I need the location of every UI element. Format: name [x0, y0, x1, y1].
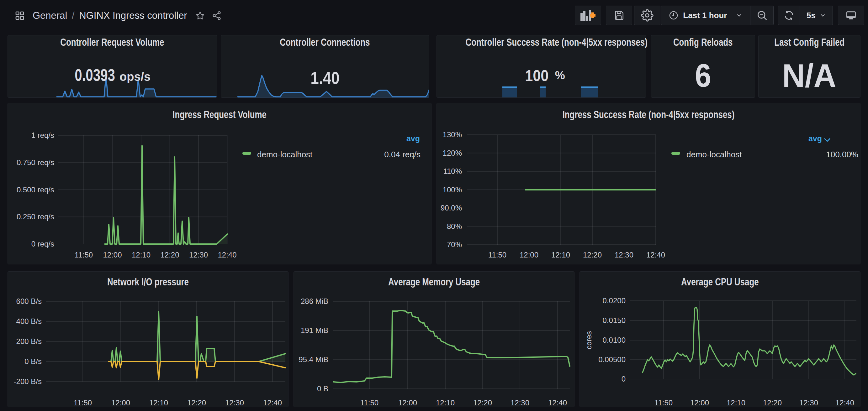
svg-text:12:20: 12:20 [473, 399, 492, 407]
svg-text:0 B/s: 0 B/s [25, 357, 42, 366]
svg-text:cores: cores [585, 331, 593, 350]
svg-text:70%: 70% [447, 240, 462, 249]
svg-text:120%: 120% [443, 149, 462, 157]
svg-text:12:10: 12:10 [551, 251, 570, 259]
svg-text:90.0%: 90.0% [441, 204, 462, 212]
svg-text:12:10: 12:10 [436, 399, 455, 407]
svg-text:0.0200: 0.0200 [603, 296, 626, 305]
svg-text:0.750 req/s: 0.750 req/s [17, 158, 54, 167]
svg-text:11:50: 11:50 [654, 399, 673, 407]
svg-text:600 B/s: 600 B/s [16, 297, 42, 305]
svg-text:191 MiB: 191 MiB [301, 326, 328, 335]
svg-text:12:30: 12:30 [225, 399, 244, 407]
svg-text:11:50: 11:50 [488, 251, 506, 259]
svg-text:avg: avg [808, 134, 822, 143]
svg-text:12:30: 12:30 [510, 399, 529, 407]
svg-text:100.00%: 100.00% [826, 150, 858, 159]
svg-text:12:00: 12:00 [398, 399, 417, 407]
svg-text:avg: avg [406, 134, 420, 143]
svg-text:-200 B/s: -200 B/s [14, 377, 42, 386]
svg-text:12:40: 12:40 [835, 399, 854, 407]
svg-text:11:50: 11:50 [360, 399, 378, 407]
svg-text:0.0100: 0.0100 [603, 336, 626, 344]
svg-text:12:00: 12:00 [690, 399, 709, 407]
svg-text:0 req/s: 0 req/s [31, 240, 54, 248]
svg-text:12:40: 12:40 [548, 399, 567, 407]
svg-text:12:20: 12:20 [583, 251, 602, 259]
svg-text:12:20: 12:20 [763, 399, 782, 407]
svg-text:130%: 130% [443, 130, 462, 139]
svg-text:100%: 100% [443, 185, 462, 194]
svg-text:11:50: 11:50 [74, 251, 93, 259]
svg-text:12:00: 12:00 [111, 399, 130, 407]
svg-text:0.250 req/s: 0.250 req/s [17, 212, 54, 221]
svg-text:110%: 110% [443, 167, 462, 175]
svg-text:80%: 80% [447, 222, 462, 231]
svg-text:demo-localhost: demo-localhost [686, 150, 742, 159]
svg-text:200 B/s: 200 B/s [16, 337, 42, 345]
svg-text:0.500 req/s: 0.500 req/s [17, 185, 54, 194]
svg-text:12:00: 12:00 [520, 251, 538, 259]
svg-text:286 MiB: 286 MiB [301, 297, 328, 305]
svg-text:12:10: 12:10 [132, 251, 151, 259]
svg-text:1 req/s: 1 req/s [31, 131, 54, 139]
svg-text:0: 0 [622, 375, 626, 383]
svg-text:0 B: 0 B [317, 384, 328, 393]
svg-text:12:40: 12:40 [263, 399, 282, 407]
svg-text:12:20: 12:20 [187, 399, 206, 407]
svg-text:12:10: 12:10 [726, 399, 745, 407]
svg-text:11:50: 11:50 [74, 399, 92, 407]
svg-text:400 B/s: 400 B/s [16, 317, 42, 326]
svg-text:12:30: 12:30 [799, 399, 818, 407]
svg-text:0.04 req/s: 0.04 req/s [384, 150, 421, 159]
svg-text:0.00500: 0.00500 [598, 355, 626, 364]
svg-text:12:30: 12:30 [189, 251, 208, 259]
svg-text:12:20: 12:20 [160, 251, 179, 259]
svg-text:0.0150: 0.0150 [603, 316, 626, 324]
svg-text:demo-localhost: demo-localhost [257, 150, 313, 159]
svg-text:12:40: 12:40 [646, 251, 665, 259]
svg-text:12:10: 12:10 [149, 399, 168, 407]
svg-text:12:00: 12:00 [103, 251, 122, 259]
svg-text:12:40: 12:40 [218, 251, 237, 259]
svg-text:12:30: 12:30 [615, 251, 633, 259]
svg-text:95.4 MiB: 95.4 MiB [299, 355, 328, 364]
